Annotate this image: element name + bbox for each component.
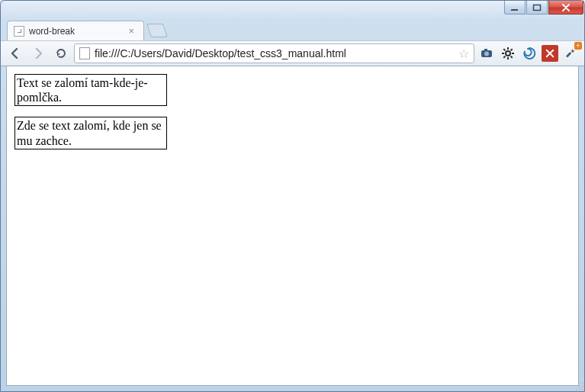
svg-point-3 xyxy=(484,52,489,56)
window-close-button[interactable] xyxy=(548,1,583,14)
window-resize-grip[interactable] xyxy=(573,380,583,390)
address-bar[interactable]: file:///C:/Users/David/Desktop/test_css3… xyxy=(74,43,474,63)
bookmark-star-icon[interactable]: ☆ xyxy=(458,47,469,61)
svg-line-10 xyxy=(503,49,505,50)
tab-title: word-break xyxy=(29,26,75,37)
wrench-icon xyxy=(564,47,577,60)
close-icon xyxy=(561,4,571,11)
window-minimize-button[interactable] xyxy=(504,1,526,14)
new-tab-button[interactable] xyxy=(146,24,168,37)
wrench-menu-button[interactable] xyxy=(561,44,580,63)
reload-button[interactable] xyxy=(51,43,71,63)
svg-point-5 xyxy=(506,51,510,56)
demo-box-break-all: Zde se text zalomí, kde jen se mu zachce… xyxy=(14,117,167,149)
minimize-icon xyxy=(510,4,519,11)
reload-icon xyxy=(55,47,67,59)
forward-button[interactable] xyxy=(28,43,48,63)
gear-icon xyxy=(501,47,515,60)
page-viewport[interactable]: Text se zalomí tam-kde-je-pomlčka. Zde s… xyxy=(6,66,579,386)
svg-line-13 xyxy=(511,49,513,50)
toolbar: file:///C:/Users/David/Desktop/test_css3… xyxy=(1,40,584,66)
tab-strip: word-break × xyxy=(1,19,584,40)
extension-gear-icon[interactable] xyxy=(499,44,517,63)
camera-icon xyxy=(480,47,493,60)
arrow-right-icon xyxy=(32,47,44,59)
url-text: file:///C:/Users/David/Desktop/test_css3… xyxy=(95,47,346,59)
back-button[interactable] xyxy=(5,43,25,63)
svg-line-12 xyxy=(503,56,505,58)
file-icon xyxy=(14,26,24,37)
window-titlebar[interactable] xyxy=(1,1,584,19)
spiral-icon xyxy=(522,47,536,60)
demo-box-hyphen: Text se zalomí tam-kde-je-pomlčka. xyxy=(14,74,167,106)
svg-rect-1 xyxy=(534,5,541,10)
page-icon xyxy=(79,47,90,59)
svg-rect-4 xyxy=(484,49,487,51)
extension-red-button[interactable] xyxy=(542,45,558,62)
svg-rect-0 xyxy=(511,9,518,11)
extension-camera-icon[interactable] xyxy=(477,44,496,63)
extension-spiral-icon[interactable] xyxy=(520,44,538,63)
browser-window: word-break × file:///C:/Users/David/Desk… xyxy=(0,0,585,392)
maximize-icon xyxy=(532,4,542,11)
browser-tab[interactable]: word-break × xyxy=(7,21,144,40)
svg-line-11 xyxy=(511,56,513,58)
x-icon xyxy=(545,49,554,58)
tab-close-button[interactable]: × xyxy=(127,25,136,37)
arrow-left-icon xyxy=(9,47,21,59)
window-maximize-button[interactable] xyxy=(526,1,548,14)
